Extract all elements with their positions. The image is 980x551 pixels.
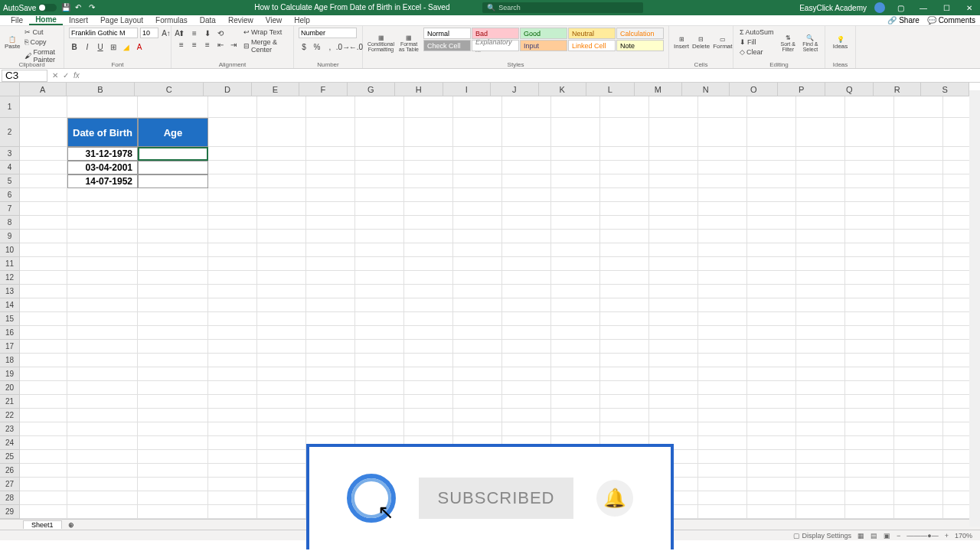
share-button[interactable]: 🔗 Share <box>887 16 919 24</box>
cell[interactable] <box>138 257 208 271</box>
cell[interactable] <box>20 491 67 505</box>
cell[interactable] <box>845 271 894 285</box>
cell[interactable] <box>67 326 138 340</box>
cell[interactable] <box>649 354 698 367</box>
cell[interactable] <box>551 243 600 257</box>
cell[interactable] <box>67 230 138 243</box>
header-dob[interactable]: Date of Birth <box>67 118 138 147</box>
cell[interactable] <box>551 257 600 271</box>
cell[interactable] <box>208 505 257 519</box>
cell[interactable] <box>649 147 698 161</box>
cell[interactable] <box>600 395 649 409</box>
bold-button[interactable]: B <box>69 41 80 52</box>
col-header-G[interactable]: G <box>348 83 395 96</box>
cell[interactable] <box>404 285 453 298</box>
row-header-7[interactable]: 7 <box>0 202 19 216</box>
border-button[interactable]: ⊞ <box>108 41 119 52</box>
display-settings-button[interactable]: ▢ Display Settings <box>793 532 851 540</box>
cell[interactable] <box>138 326 208 340</box>
vertical-scrollbar[interactable] <box>969 90 980 527</box>
col-header-I[interactable]: I <box>443 83 491 96</box>
cell[interactable] <box>747 491 796 505</box>
cell[interactable] <box>894 409 943 422</box>
cell[interactable] <box>138 422 208 436</box>
menu-page-layout[interactable]: Page Layout <box>94 16 149 24</box>
cell[interactable] <box>355 395 404 409</box>
cell[interactable] <box>894 96 943 118</box>
zoom-slider[interactable]: ———●— <box>906 532 938 540</box>
cell[interactable] <box>404 202 453 216</box>
cell[interactable] <box>502 395 551 409</box>
cell[interactable] <box>747 174 796 188</box>
cell[interactable] <box>208 161 257 174</box>
row-header-21[interactable]: 21 <box>0 395 19 409</box>
cell[interactable] <box>67 271 138 285</box>
col-header-D[interactable]: D <box>204 83 251 96</box>
cell[interactable] <box>138 381 208 395</box>
close-icon[interactable]: ✕ <box>962 1 977 15</box>
cell[interactable] <box>551 96 600 118</box>
cell[interactable] <box>257 118 306 147</box>
cell[interactable] <box>796 147 845 161</box>
cell[interactable] <box>698 367 747 381</box>
cell[interactable] <box>257 216 306 230</box>
cell[interactable] <box>257 243 306 257</box>
insert-cells-button[interactable]: ⊞Insert <box>674 28 689 58</box>
notification-bell-icon[interactable]: 🔔 <box>596 480 633 517</box>
cell[interactable] <box>796 96 845 118</box>
cell[interactable] <box>796 257 845 271</box>
cell[interactable] <box>600 340 649 354</box>
cell[interactable] <box>404 161 453 174</box>
fill-button[interactable]: ⬇Fill <box>738 37 776 47</box>
cell[interactable] <box>257 450 306 464</box>
percent-icon[interactable]: % <box>312 41 322 52</box>
cell[interactable] <box>551 285 600 298</box>
cell[interactable] <box>257 312 306 326</box>
cell[interactable] <box>600 381 649 395</box>
cell[interactable] <box>894 464 943 478</box>
cell[interactable] <box>796 202 845 216</box>
cell[interactable] <box>67 381 138 395</box>
cell[interactable] <box>894 367 943 381</box>
cell[interactable] <box>208 354 257 367</box>
cell[interactable] <box>138 216 208 230</box>
cell[interactable] <box>796 216 845 230</box>
style-linked-cell[interactable]: Linked Cell <box>568 40 616 51</box>
comments-button[interactable]: 💬 Comments <box>927 16 975 24</box>
wrap-text-button[interactable]: ↩Wrap Text <box>242 28 289 37</box>
cell[interactable] <box>404 174 453 188</box>
cell[interactable] <box>404 326 453 340</box>
cell[interactable] <box>404 354 453 367</box>
cell[interactable] <box>649 243 698 257</box>
cell[interactable] <box>845 464 894 478</box>
cell[interactable] <box>600 188 649 202</box>
cell[interactable] <box>67 450 138 464</box>
row-header-25[interactable]: 25 <box>0 450 19 464</box>
style-normal[interactable]: Normal <box>423 28 471 39</box>
cell[interactable] <box>502 230 551 243</box>
cell[interactable] <box>404 216 453 230</box>
menu-data[interactable]: Data <box>194 16 222 24</box>
cell[interactable] <box>600 243 649 257</box>
cell[interactable] <box>649 340 698 354</box>
col-header-F[interactable]: F <box>299 83 347 96</box>
cell[interactable] <box>845 422 894 436</box>
sort-filter-button[interactable]: ⇅Sort & Filter <box>779 28 798 58</box>
cell[interactable] <box>67 354 138 367</box>
cell[interactable] <box>747 505 796 519</box>
cell[interactable] <box>845 491 894 505</box>
cell[interactable] <box>306 298 355 312</box>
cell[interactable] <box>20 409 67 422</box>
conditional-formatting-button[interactable]: ▦ Conditional Formatting <box>368 28 394 58</box>
cell[interactable] <box>257 478 306 491</box>
cell[interactable] <box>355 202 404 216</box>
autosave-toggle[interactable]: AutoSave <box>3 4 57 12</box>
cell[interactable] <box>306 216 355 230</box>
row-header-15[interactable]: 15 <box>0 312 19 326</box>
cell[interactable] <box>600 312 649 326</box>
cell[interactable] <box>894 381 943 395</box>
cell[interactable] <box>698 491 747 505</box>
cell[interactable] <box>67 505 138 519</box>
cell[interactable] <box>747 478 796 491</box>
indent-increase-icon[interactable]: ⇥ <box>228 39 239 50</box>
